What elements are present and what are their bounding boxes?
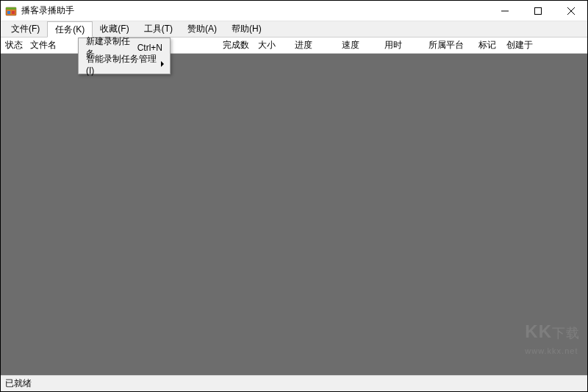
menu-item-smart-record-manage[interactable]: 智能录制任务管理(I) bbox=[80, 56, 168, 72]
menu-help[interactable]: 帮助(H) bbox=[224, 21, 269, 37]
watermark: KK下载 www.kkx.net bbox=[525, 321, 580, 357]
submenu-arrow-icon bbox=[161, 61, 164, 67]
col-platform[interactable]: 所属平台 bbox=[424, 38, 474, 53]
svg-rect-1 bbox=[6, 7, 16, 10]
close-button[interactable] bbox=[554, 1, 587, 21]
window-title: 播客录播助手 bbox=[21, 4, 74, 17]
window-controls bbox=[488, 1, 587, 21]
col-size[interactable]: 大小 bbox=[254, 38, 290, 53]
svg-rect-5 bbox=[534, 7, 541, 14]
col-time[interactable]: 用时 bbox=[380, 38, 424, 53]
app-icon bbox=[5, 5, 17, 17]
col-status[interactable]: 状态 bbox=[1, 38, 26, 53]
task-list-area: KK下载 www.kkx.net bbox=[1, 54, 587, 375]
col-progress[interactable]: 进度 bbox=[290, 38, 337, 53]
task-menu-dropdown: 新建录制任务 Ctrl+N 智能录制任务管理(I) bbox=[78, 38, 171, 74]
svg-rect-3 bbox=[12, 11, 15, 14]
menu-tools[interactable]: 工具(T) bbox=[137, 21, 180, 37]
col-done[interactable]: 完成数 bbox=[207, 38, 254, 53]
menu-favorite[interactable]: 收藏(F) bbox=[93, 21, 136, 37]
menu-sponsor[interactable]: 赞助(A) bbox=[180, 21, 224, 37]
col-created[interactable]: 创建于 bbox=[502, 38, 587, 53]
svg-rect-2 bbox=[7, 11, 10, 14]
status-text: 已就绪 bbox=[5, 377, 32, 390]
title-bar: 播客录播助手 bbox=[1, 1, 587, 21]
col-speed[interactable]: 速度 bbox=[337, 38, 380, 53]
status-bar: 已就绪 bbox=[1, 375, 587, 391]
maximize-button[interactable] bbox=[521, 1, 554, 21]
col-mark[interactable]: 标记 bbox=[474, 38, 502, 53]
minimize-button[interactable] bbox=[488, 1, 521, 21]
menu-file[interactable]: 文件(F) bbox=[4, 21, 47, 37]
